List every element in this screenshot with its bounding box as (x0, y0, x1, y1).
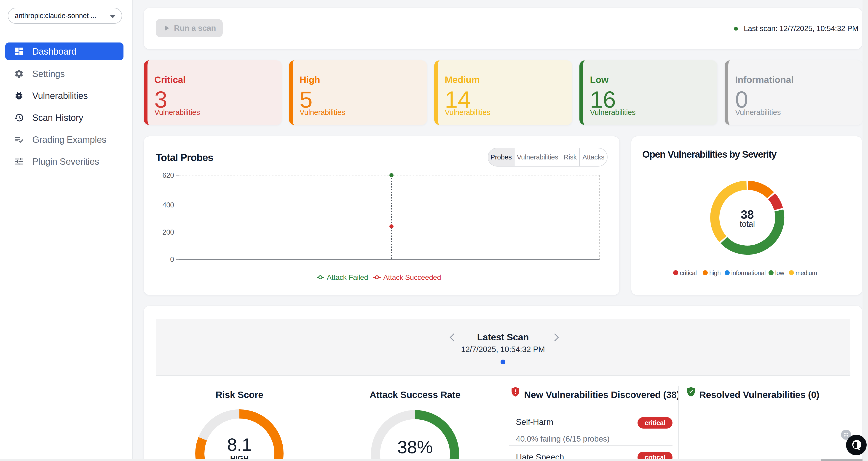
svg-text:200: 200 (162, 228, 174, 236)
svg-text:medium: medium (796, 270, 817, 276)
svg-text:low: low (775, 270, 784, 276)
svg-text:620: 620 (162, 171, 174, 179)
svg-text:informational: informational (731, 270, 766, 276)
svg-text:high: high (709, 270, 721, 276)
svg-text:Attack Succeeded: Attack Succeeded (383, 273, 441, 282)
svg-text:0: 0 (170, 255, 174, 263)
svg-text:38%: 38% (397, 437, 433, 457)
svg-text:critical: critical (680, 270, 697, 276)
svg-text:8.1: 8.1 (227, 434, 251, 455)
svg-text:total: total (740, 219, 755, 229)
svg-text:400: 400 (162, 201, 174, 209)
svg-text:Attack Failed: Attack Failed (327, 273, 368, 282)
